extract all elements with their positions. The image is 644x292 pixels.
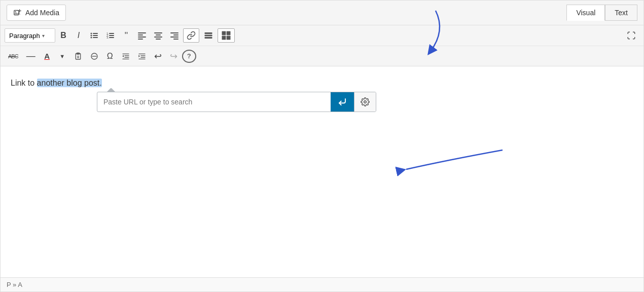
- svg-rect-16: [138, 34, 143, 35]
- add-media-button[interactable]: Add Media: [7, 5, 66, 21]
- svg-rect-10: [109, 33, 114, 34]
- link-options-button[interactable]: Link options: [354, 92, 376, 112]
- top-bar: Add Media Visual Text: [1, 1, 643, 25]
- editor-wrapper: Add Media Visual Text Paragraph ▾ B I: [0, 0, 644, 292]
- svg-rect-22: [156, 39, 161, 40]
- table-button[interactable]: [218, 28, 235, 43]
- svg-rect-20: [156, 34, 161, 35]
- table-split-button[interactable]: [200, 28, 217, 43]
- strikethrough-button[interactable]: ABC: [5, 49, 22, 63]
- omega-button[interactable]: Ω: [103, 49, 117, 63]
- paste-icon: [74, 52, 82, 60]
- svg-rect-21: [154, 36, 162, 38]
- svg-rect-19: [154, 32, 162, 33]
- link-button[interactable]: [183, 28, 199, 43]
- toolbar: Paragraph ▾ B I 1. 2. 3.: [1, 25, 643, 66]
- svg-rect-41: [124, 55, 129, 56]
- text-color-button[interactable]: A: [40, 49, 54, 63]
- svg-rect-31: [227, 31, 231, 35]
- paste-text-button[interactable]: [70, 49, 86, 63]
- svg-point-5: [91, 35, 92, 36]
- svg-rect-25: [170, 36, 178, 38]
- svg-rect-43: [122, 58, 129, 59]
- svg-rect-30: [222, 31, 226, 35]
- svg-rect-33: [227, 36, 231, 40]
- highlighted-text: another blog post.: [37, 79, 102, 87]
- svg-point-50: [364, 100, 367, 103]
- svg-marker-44: [122, 55, 124, 57]
- blockquote-button[interactable]: ": [119, 28, 133, 43]
- svg-rect-46: [140, 55, 145, 56]
- align-left-button[interactable]: [134, 28, 150, 43]
- align-center-icon: [154, 31, 162, 40]
- paragraph-dropdown-icon: ▾: [42, 33, 45, 39]
- indent-decrease-button[interactable]: [118, 49, 133, 63]
- link-submit-button[interactable]: [331, 92, 354, 112]
- svg-text:3.: 3.: [106, 36, 109, 39]
- link-url-input[interactable]: [97, 94, 331, 110]
- annotation-arrow-side: [366, 145, 508, 186]
- link-icon: [187, 31, 196, 40]
- svg-rect-17: [138, 36, 146, 38]
- add-media-label: Add Media: [25, 9, 59, 17]
- media-icon: [13, 8, 22, 17]
- align-right-icon: [170, 31, 178, 40]
- svg-rect-23: [170, 32, 178, 33]
- tab-visual[interactable]: Visual: [566, 5, 605, 21]
- svg-rect-18: [138, 39, 143, 40]
- align-right-button[interactable]: [167, 28, 182, 43]
- svg-rect-24: [173, 34, 178, 35]
- link-popup-wrap: Link options: [97, 92, 376, 112]
- ol-icon: 1. 2. 3.: [106, 31, 115, 40]
- fullscreen-icon: [627, 31, 636, 40]
- svg-rect-45: [138, 53, 145, 54]
- svg-rect-8: [93, 37, 98, 38]
- text-color-a: A: [44, 52, 50, 60]
- svg-rect-14: [109, 37, 114, 38]
- link-popup: Link options: [97, 92, 376, 112]
- svg-marker-2: [14, 12, 21, 15]
- paragraph-label: Paragraph: [9, 32, 40, 40]
- bold-button[interactable]: B: [56, 28, 70, 43]
- align-left-icon: [138, 31, 146, 40]
- undo-button[interactable]: ↩: [151, 49, 165, 63]
- svg-rect-47: [140, 57, 145, 57]
- color-picker-button[interactable]: ▼: [55, 49, 69, 63]
- gear-icon: [361, 97, 370, 106]
- svg-rect-48: [138, 58, 145, 59]
- enter-icon: [338, 97, 347, 106]
- svg-rect-29: [205, 37, 212, 39]
- clear-format-icon: [90, 52, 98, 60]
- fullscreen-button[interactable]: [623, 28, 639, 43]
- table-split-icon: [204, 31, 213, 40]
- ul-icon: [90, 31, 98, 40]
- svg-rect-40: [122, 53, 129, 54]
- indent-increase-button[interactable]: [134, 49, 150, 63]
- help-button[interactable]: ?: [182, 50, 196, 63]
- svg-rect-27: [205, 32, 212, 34]
- link-popup-arrow: [107, 88, 115, 92]
- horizontal-rule-button[interactable]: —: [23, 49, 39, 63]
- editor-content: Link to another blog post.: [1, 66, 643, 277]
- text-prefix: Link to: [11, 79, 37, 87]
- ordered-list-button[interactable]: 1. 2. 3.: [103, 28, 118, 43]
- svg-rect-4: [93, 33, 98, 34]
- svg-rect-42: [124, 57, 129, 57]
- redo-button[interactable]: ↪: [166, 49, 181, 63]
- svg-point-1: [15, 11, 16, 12]
- tab-text[interactable]: Text: [605, 5, 637, 21]
- paragraph-select[interactable]: Paragraph ▾: [5, 28, 55, 43]
- svg-point-3: [91, 33, 92, 34]
- unordered-list-button[interactable]: [87, 28, 102, 43]
- indent-increase-icon: [138, 52, 146, 60]
- align-center-button[interactable]: [151, 28, 166, 43]
- toolbar-row-1: Paragraph ▾ B I 1. 2. 3.: [1, 25, 643, 46]
- view-tabs: Visual Text: [566, 5, 637, 21]
- link-popup-arrow-inner: [108, 85, 115, 88]
- editor-paragraph: Link to another blog post.: [11, 77, 633, 90]
- svg-marker-49: [138, 55, 140, 57]
- svg-point-7: [91, 37, 92, 39]
- italic-button[interactable]: I: [71, 28, 86, 43]
- clear-format-button[interactable]: [87, 49, 102, 63]
- svg-rect-28: [205, 35, 212, 36]
